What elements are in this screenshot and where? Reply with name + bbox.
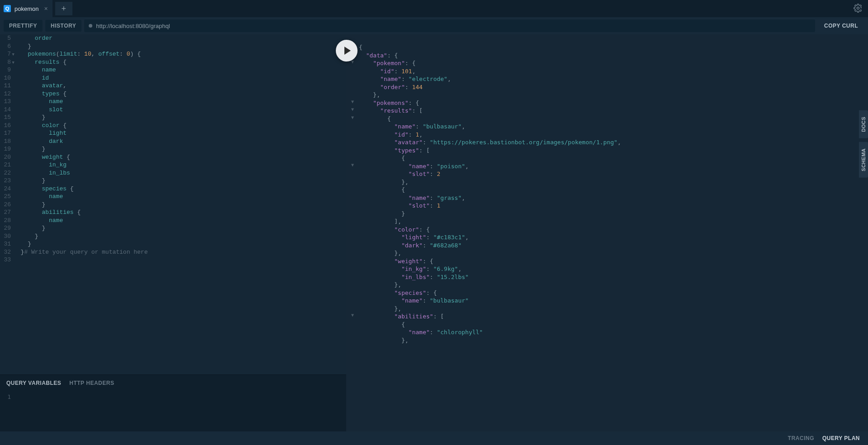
endpoint-field[interactable] — [84, 19, 815, 32]
vars-code[interactable] — [14, 391, 346, 431]
main-panes: 567▼8▼9101112131415161718192021222324252… — [0, 34, 868, 431]
docs-tab[interactable]: DOCS — [859, 110, 868, 138]
toolbar: PRETTIFY HISTORY COPY CURL — [0, 17, 868, 34]
tab-app-icon: Q — [4, 5, 11, 12]
prettify-button[interactable]: PRETTIFY — [4, 20, 43, 32]
close-icon[interactable]: × — [44, 5, 48, 12]
history-button[interactable]: HISTORY — [45, 20, 81, 32]
query-pane: 567▼8▼9101112131415161718192021222324252… — [0, 34, 346, 431]
http-headers-tab[interactable]: HTTP HEADERS — [69, 380, 114, 386]
vars-header: QUERY VARIABLES HTTP HEADERS — [0, 374, 346, 391]
result-fold-gutter[interactable]: ▼▼▼▼▼▼▼▼ — [346, 34, 359, 431]
vars-editor[interactable]: 1 — [0, 391, 346, 431]
add-tab-button[interactable]: + — [55, 2, 72, 15]
tab-title: pokemon — [14, 5, 38, 12]
svg-point-0 — [857, 7, 859, 9]
query-editor[interactable]: 567▼8▼9101112131415161718192021222324252… — [0, 34, 346, 374]
copy-curl-button[interactable]: COPY CURL — [818, 23, 864, 29]
side-tabs: DOCS SCHEMA — [859, 110, 868, 177]
query-line-gutter: 567▼8▼9101112131415161718192021222324252… — [0, 34, 14, 374]
endpoint-status-icon — [89, 24, 92, 28]
footer-tabs: TRACING QUERY PLAN — [780, 431, 868, 445]
execute-button[interactable] — [336, 40, 358, 62]
query-variables-tab[interactable]: QUERY VARIABLES — [6, 380, 61, 386]
vars-line-gutter: 1 — [0, 391, 14, 431]
result-pane: ▼▼▼▼▼▼▼▼ { "data": { "pokemon": { "id": … — [346, 34, 868, 431]
play-icon — [344, 47, 351, 55]
tab-pokemon[interactable]: Q pokemon × — [0, 0, 52, 17]
schema-tab[interactable]: SCHEMA — [859, 142, 868, 178]
tab-bar: Q pokemon × + — [0, 0, 868, 17]
query-code[interactable]: order } pokemons(limit: 10, offset: 0) {… — [14, 34, 346, 374]
tracing-tab[interactable]: TRACING — [788, 435, 814, 441]
query-plan-tab[interactable]: QUERY PLAN — [822, 435, 860, 441]
gear-icon[interactable] — [854, 4, 863, 14]
result-code[interactable]: { "data": { "pokemon": { "id": 101, "nam… — [359, 34, 868, 431]
endpoint-input[interactable] — [96, 23, 811, 29]
